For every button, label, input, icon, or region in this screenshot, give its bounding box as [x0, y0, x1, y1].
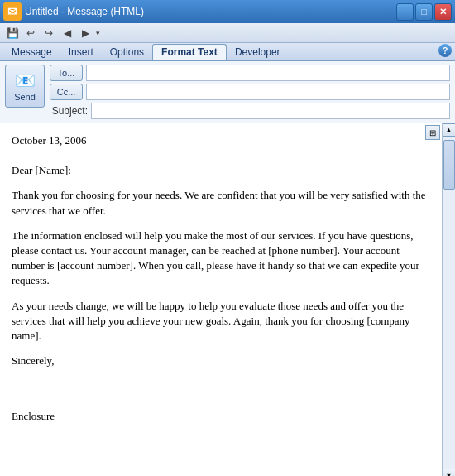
email-paragraph2: The information enclosed will help you m…: [12, 228, 430, 289]
app-icon: ✉: [3, 2, 22, 21]
help-button[interactable]: ?: [438, 44, 452, 57]
save-button[interactable]: 💾: [5, 26, 20, 41]
cc-button[interactable]: Cc...: [50, 84, 83, 100]
email-greeting: Dear [Name]:: [12, 163, 430, 178]
subject-row: Subject:: [50, 103, 450, 119]
email-paragraph3: As your needs change, we will be happy t…: [12, 299, 430, 344]
back-button[interactable]: ◀: [60, 26, 74, 41]
title-bar: ✉ Untitled - Message (HTML) ─ □ ✕: [0, 0, 455, 23]
to-row: To...: [50, 65, 450, 81]
tab-insert[interactable]: Insert: [60, 44, 102, 60]
scroll-down-button[interactable]: ▼: [443, 469, 456, 476]
window-controls: ─ □ ✕: [396, 3, 452, 21]
ribbon-tabs: Message Insert Options Format Text Devel…: [0, 43, 455, 61]
tab-developer[interactable]: Developer: [227, 44, 289, 60]
redo-button[interactable]: ↪: [41, 26, 56, 41]
email-fields: To... Cc... Subject:: [50, 65, 450, 119]
tab-message[interactable]: Message: [3, 44, 60, 60]
scroll-up-button[interactable]: ▲: [443, 123, 456, 137]
email-body-container: ⊞ October 13, 2006 Dear [Name]: Thank yo…: [0, 123, 455, 476]
to-input[interactable]: [86, 65, 450, 81]
email-closing: Sincerely,: [12, 353, 430, 368]
tab-options[interactable]: Options: [102, 44, 152, 60]
email-enclosure: Enclosure: [12, 409, 430, 424]
forward-button[interactable]: ▶: [78, 26, 93, 41]
close-button[interactable]: ✕: [434, 3, 452, 21]
send-icon: 📧: [15, 70, 36, 90]
scroll-thumb[interactable]: [443, 140, 455, 190]
cc-input[interactable]: [86, 84, 450, 100]
email-form: 📧 Send To... Cc... Subject:: [0, 61, 455, 123]
email-date: October 13, 2006: [12, 133, 430, 148]
quick-access-toolbar: 💾 ↩ ↪ ◀ ▶ ▾: [0, 23, 455, 43]
scrollbar[interactable]: ▲ ▼: [442, 123, 455, 476]
minimize-button[interactable]: ─: [396, 3, 414, 21]
subject-label: Subject:: [50, 105, 88, 117]
undo-button[interactable]: ↩: [23, 26, 38, 41]
email-body[interactable]: October 13, 2006 Dear [Name]: Thank you …: [0, 123, 442, 476]
tab-format-text[interactable]: Format Text: [152, 44, 227, 60]
to-button[interactable]: To...: [50, 65, 83, 81]
window-title: Untitled - Message (HTML): [25, 6, 393, 17]
maximize-button[interactable]: □: [415, 3, 433, 21]
scroll-track[interactable]: [443, 137, 456, 469]
email-paragraph1: Thank you for choosing for your needs. W…: [12, 188, 430, 218]
body-icon-button[interactable]: ⊞: [425, 125, 440, 140]
send-button[interactable]: 📧 Send: [5, 65, 45, 108]
quick-access-dropdown[interactable]: ▾: [96, 29, 100, 37]
send-label: Send: [14, 92, 36, 102]
subject-input[interactable]: [91, 103, 450, 119]
cc-row: Cc...: [50, 84, 450, 100]
